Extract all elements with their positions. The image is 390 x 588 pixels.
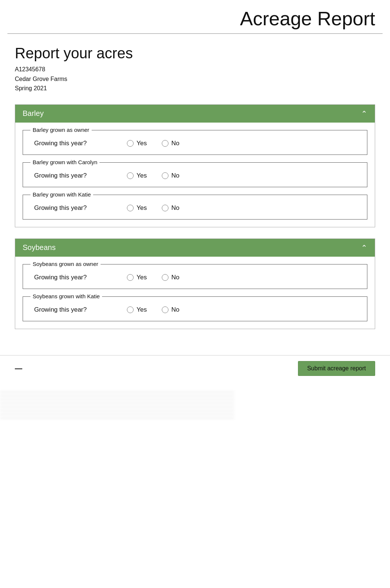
soybeans-katie-group: Soybeans grown with Katie Growing this y… (23, 296, 367, 321)
barley-header[interactable]: Barley ⌃ (15, 105, 375, 123)
blurred-bottom-area (0, 389, 234, 419)
submit-button[interactable]: Submit acreage report (298, 361, 375, 376)
barley-katie-row: Growing this year? Yes No (34, 204, 356, 212)
barley-owner-group: Barley grown as owner Growing this year?… (23, 130, 367, 155)
soybeans-katie-row: Growing this year? Yes No (34, 306, 356, 314)
soybeans-header[interactable]: Soybeans ⌃ (15, 239, 375, 257)
barley-section: Barley ⌃ Barley grown as owner Growing t… (15, 104, 375, 227)
soybeans-chevron-icon: ⌃ (361, 243, 367, 252)
barley-owner-yes-label: Yes (137, 140, 147, 147)
soybeans-owner-no-label: No (171, 274, 180, 281)
soybeans-katie-label: Growing this year? (34, 306, 108, 314)
barley-carolyn-no-label: No (171, 172, 180, 179)
barley-katie-no-radio[interactable] (162, 205, 168, 211)
soybeans-katie-no-radio[interactable] (162, 306, 168, 313)
barley-katie-label: Growing this year? (34, 204, 108, 212)
soybeans-katie-yes-label: Yes (137, 306, 147, 314)
barley-katie-yes-label: Yes (137, 204, 147, 212)
main-content: Report your acres A12345678 Cedar Grove … (0, 34, 390, 355)
barley-carolyn-no-radio[interactable] (162, 172, 168, 179)
meta-info: A12345678 Cedar Grove Farms Spring 2021 (15, 65, 375, 93)
soybeans-katie-no-label: No (171, 306, 180, 314)
soybeans-owner-yes-option[interactable]: Yes (127, 274, 147, 281)
barley-owner-legend: Barley grown as owner (30, 127, 92, 133)
soybeans-owner-yes-radio[interactable] (127, 274, 134, 281)
soybeans-katie-no-option[interactable]: No (162, 306, 180, 314)
barley-carolyn-no-option[interactable]: No (162, 172, 180, 179)
report-heading: Report your acres (15, 45, 375, 62)
soybeans-katie-yes-option[interactable]: Yes (127, 306, 147, 314)
barley-katie-yes-radio[interactable] (127, 205, 134, 211)
soybeans-katie-yes-radio[interactable] (127, 306, 134, 313)
header: Acreage Report (0, 0, 390, 33)
barley-carolyn-row: Growing this year? Yes No (34, 172, 356, 179)
barley-owner-row: Growing this year? Yes No (34, 140, 356, 147)
soybeans-owner-legend: Soybeans grown as owner (30, 261, 101, 267)
barley-katie-yes-option[interactable]: Yes (127, 204, 147, 212)
minimize-button[interactable]: — (15, 364, 22, 373)
soybeans-owner-yes-label: Yes (137, 274, 147, 281)
barley-katie-no-option[interactable]: No (162, 204, 180, 212)
barley-owner-yes-radio[interactable] (127, 140, 134, 147)
barley-carolyn-label: Growing this year? (34, 172, 108, 179)
soybeans-katie-radio-group: Yes No (127, 306, 179, 314)
barley-body: Barley grown as owner Growing this year?… (15, 123, 375, 227)
barley-owner-radio-group: Yes No (127, 140, 179, 147)
barley-owner-no-label: No (171, 140, 180, 147)
soybeans-owner-label: Growing this year? (34, 274, 108, 281)
footer-bar: — Submit acreage report (0, 355, 390, 381)
barley-carolyn-legend: Barley grown with Carolyn (30, 159, 99, 165)
soybeans-owner-no-radio[interactable] (162, 274, 168, 281)
barley-carolyn-yes-radio[interactable] (127, 172, 134, 179)
soybeans-katie-legend: Soybeans grown with Katie (30, 293, 102, 299)
soybeans-owner-row: Growing this year? Yes No (34, 274, 356, 281)
barley-katie-group: Barley grown with Katie Growing this yea… (23, 195, 367, 220)
soybeans-title: Soybeans (23, 243, 56, 252)
soybeans-owner-radio-group: Yes No (127, 274, 179, 281)
soybeans-section: Soybeans ⌃ Soybeans grown as owner Growi… (15, 238, 375, 329)
barley-owner-label: Growing this year? (34, 140, 108, 147)
barley-katie-no-label: No (171, 204, 180, 212)
page-title: Acreage Report (240, 7, 375, 30)
barley-carolyn-yes-label: Yes (137, 172, 147, 179)
barley-carolyn-radio-group: Yes No (127, 172, 179, 179)
barley-katie-radio-group: Yes No (127, 204, 179, 212)
barley-owner-no-option[interactable]: No (162, 140, 180, 147)
barley-title: Barley (23, 109, 44, 118)
soybeans-owner-no-option[interactable]: No (162, 274, 180, 281)
barley-owner-yes-option[interactable]: Yes (127, 140, 147, 147)
barley-katie-legend: Barley grown with Katie (30, 191, 93, 198)
barley-owner-no-radio[interactable] (162, 140, 168, 147)
account-id: A12345678 (15, 65, 375, 74)
barley-chevron-icon: ⌃ (361, 109, 367, 118)
barley-carolyn-yes-option[interactable]: Yes (127, 172, 147, 179)
season: Spring 2021 (15, 84, 375, 93)
soybeans-body: Soybeans grown as owner Growing this yea… (15, 257, 375, 329)
barley-carolyn-group: Barley grown with Carolyn Growing this y… (23, 162, 367, 187)
farm-name: Cedar Grove Farms (15, 74, 375, 84)
soybeans-owner-group: Soybeans grown as owner Growing this yea… (23, 264, 367, 289)
